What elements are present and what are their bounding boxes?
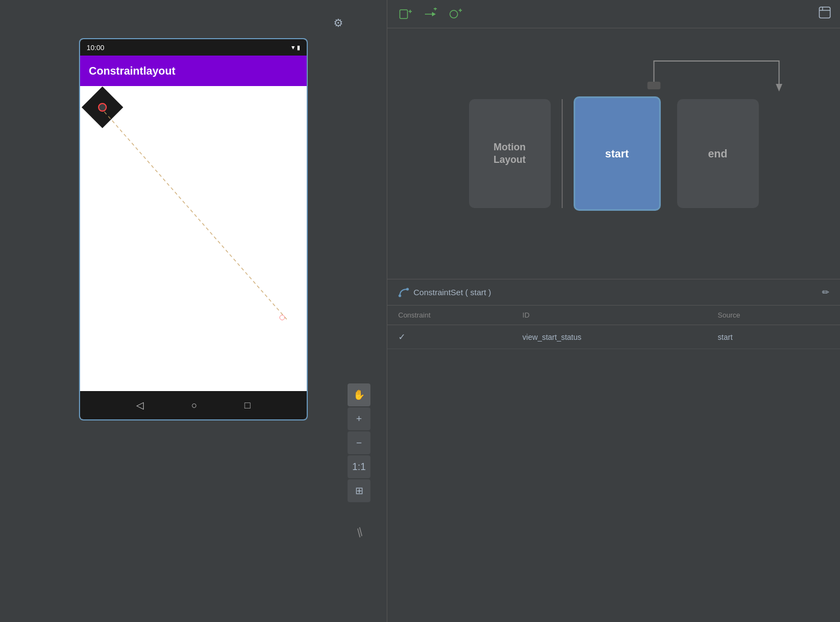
image-button[interactable]: ⊞ — [348, 479, 370, 502]
end-node[interactable]: end — [677, 99, 759, 208]
edit-constraintset-button[interactable]: ✏ — [822, 287, 829, 297]
zoom-out-button[interactable]: − — [348, 431, 370, 454]
end-point — [279, 315, 285, 320]
motion-nodes: MotionLayout start end — [469, 96, 759, 211]
svg-rect-15 — [647, 82, 660, 89]
add-transition-button[interactable] — [421, 5, 440, 23]
device-status-bar: 10:00 ▾ ▮ — [80, 39, 307, 56]
svg-marker-5 — [432, 12, 436, 16]
motion-layout-label: MotionLayout — [494, 141, 526, 167]
add-constraintset-button[interactable] — [396, 5, 415, 23]
left-panel: ⚙ 10:00 ▾ ▮ Constraintlayout — [0, 0, 387, 622]
column-header-id: ID — [512, 306, 707, 325]
widget-inner — [98, 103, 107, 112]
constraint-table: Constraint ID Source ✓ view_start_status — [387, 306, 840, 349]
animated-widget — [88, 93, 120, 125]
diagonal-decoration: / / — [354, 526, 364, 540]
image-icon: ⊞ — [355, 485, 363, 497]
device-nav-bar: ◁ ○ □ — [80, 391, 307, 419]
recents-button[interactable]: □ — [245, 400, 251, 411]
constraint-panel: ConstraintSet ( start ) ✏ Constraint ID … — [387, 279, 840, 622]
status-icons: ▾ ▮ — [291, 44, 300, 51]
table-row[interactable]: ✓ view_start_status start — [387, 325, 840, 349]
svg-marker-14 — [776, 84, 782, 92]
right-panel: MotionLayout start end — [387, 0, 840, 622]
start-node[interactable]: start — [574, 96, 661, 211]
svg-point-17 — [406, 288, 409, 290]
settings-icon[interactable]: ⚙ — [333, 16, 343, 29]
end-node-label: end — [708, 148, 728, 160]
row-constraint-check: ✓ — [387, 325, 512, 349]
add-state-button[interactable] — [446, 5, 465, 23]
zoom-in-button[interactable]: + — [348, 407, 370, 430]
home-button[interactable]: ○ — [191, 400, 197, 411]
add-constraintset-icon — [398, 7, 412, 21]
svg-point-8 — [450, 10, 458, 18]
fit-zoom-button[interactable]: 1:1 — [348, 455, 370, 478]
svg-line-0 — [105, 112, 288, 320]
panel-settings-button[interactable] — [818, 6, 831, 22]
right-toolbar — [387, 0, 840, 28]
add-transition-icon — [423, 7, 437, 21]
settings-icon — [818, 6, 831, 19]
back-button[interactable]: ◁ — [136, 399, 144, 411]
motion-layout-node[interactable]: MotionLayout — [469, 99, 551, 208]
column-header-source: Source — [707, 306, 840, 325]
svg-rect-1 — [400, 10, 407, 19]
edit-icon: ✏ — [822, 288, 829, 297]
wifi-icon: ▾ — [291, 44, 295, 51]
constraint-table-body: ✓ view_start_status start — [387, 325, 840, 349]
motion-diagram-area: MotionLayout start end — [387, 28, 840, 279]
hand-icon: ✋ — [353, 389, 365, 401]
add-state-icon — [448, 7, 462, 21]
row-id: view_start_status — [512, 325, 707, 349]
device-content — [80, 86, 307, 391]
svg-rect-11 — [819, 7, 830, 18]
app-bar: Constraintlayout — [80, 56, 307, 86]
constraint-panel-title: ConstraintSet ( start ) — [398, 287, 491, 298]
constraintset-title: ConstraintSet ( start ) — [413, 288, 491, 297]
device-frame: 10:00 ▾ ▮ Constraintlayout — [79, 38, 308, 420]
node-divider — [562, 99, 563, 208]
column-header-constraint: Constraint — [387, 306, 512, 325]
row-source: start — [707, 325, 840, 349]
constraintset-icon — [398, 287, 409, 298]
zoom-controls: ✋ + − 1:1 ⊞ — [348, 383, 370, 502]
start-node-label: start — [605, 148, 629, 160]
table-header-row: Constraint ID Source — [387, 306, 840, 325]
widget-shape — [82, 87, 123, 128]
battery-icon: ▮ — [297, 44, 300, 51]
app-title: Constraintlayout — [89, 65, 175, 77]
hand-tool-button[interactable]: ✋ — [348, 383, 370, 406]
motion-path — [80, 86, 307, 391]
constraint-panel-header: ConstraintSet ( start ) ✏ — [387, 279, 840, 306]
status-time: 10:00 — [87, 44, 105, 52]
svg-point-16 — [399, 294, 401, 297]
